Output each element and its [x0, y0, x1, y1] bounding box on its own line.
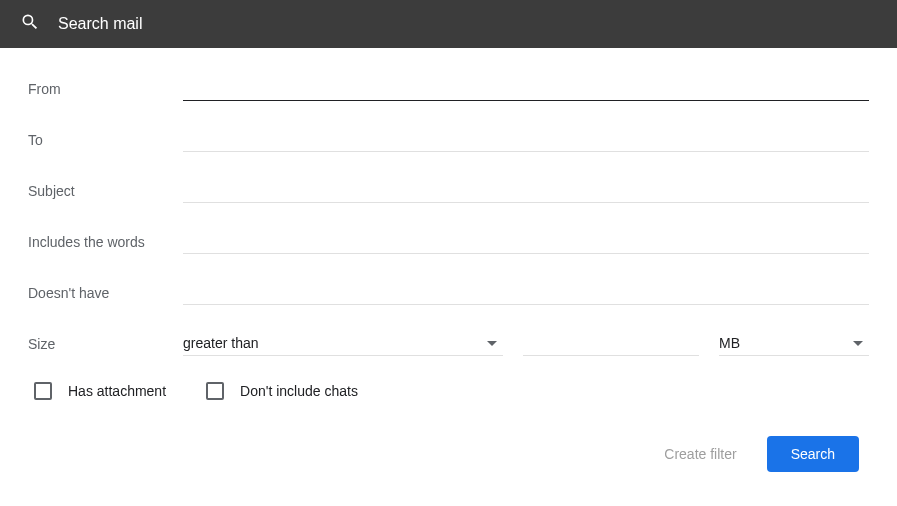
to-row: To: [28, 127, 869, 152]
has-attachment-label: Has attachment: [68, 383, 166, 399]
create-filter-button[interactable]: Create filter: [664, 446, 736, 462]
size-row: Size greater than MB: [28, 331, 869, 356]
from-label: From: [28, 81, 183, 97]
size-comparator-value: greater than: [183, 335, 259, 351]
exclude-chats-checkbox[interactable]: Don't include chats: [206, 382, 358, 400]
includes-input[interactable]: [183, 229, 869, 254]
to-label: To: [28, 132, 183, 148]
search-input-placeholder[interactable]: Search mail: [58, 15, 142, 33]
size-comparator-dropdown[interactable]: greater than: [183, 331, 503, 356]
chevron-down-icon: [487, 341, 497, 346]
to-input[interactable]: [183, 127, 869, 152]
doesnt-row: Doesn't have: [28, 280, 869, 305]
exclude-chats-label: Don't include chats: [240, 383, 358, 399]
search-bar: Search mail: [0, 0, 897, 48]
from-input[interactable]: [183, 76, 869, 101]
size-value-input[interactable]: [523, 331, 699, 356]
checkbox-row: Has attachment Don't include chats: [28, 382, 869, 400]
advanced-search-form: From To Subject Includes the words Doesn…: [0, 48, 897, 492]
checkbox-icon: [206, 382, 224, 400]
size-unit-value: MB: [719, 335, 740, 351]
chevron-down-icon: [853, 341, 863, 346]
size-unit-dropdown[interactable]: MB: [719, 331, 869, 356]
has-attachment-checkbox[interactable]: Has attachment: [34, 382, 166, 400]
doesnt-input[interactable]: [183, 280, 869, 305]
includes-label: Includes the words: [28, 234, 183, 250]
size-label: Size: [28, 336, 183, 352]
search-icon[interactable]: [20, 12, 40, 36]
search-button[interactable]: Search: [767, 436, 859, 472]
checkbox-icon: [34, 382, 52, 400]
subject-label: Subject: [28, 183, 183, 199]
from-row: From: [28, 76, 869, 101]
subject-input[interactable]: [183, 178, 869, 203]
subject-row: Subject: [28, 178, 869, 203]
action-row: Create filter Search: [28, 436, 869, 472]
includes-row: Includes the words: [28, 229, 869, 254]
doesnt-label: Doesn't have: [28, 285, 183, 301]
